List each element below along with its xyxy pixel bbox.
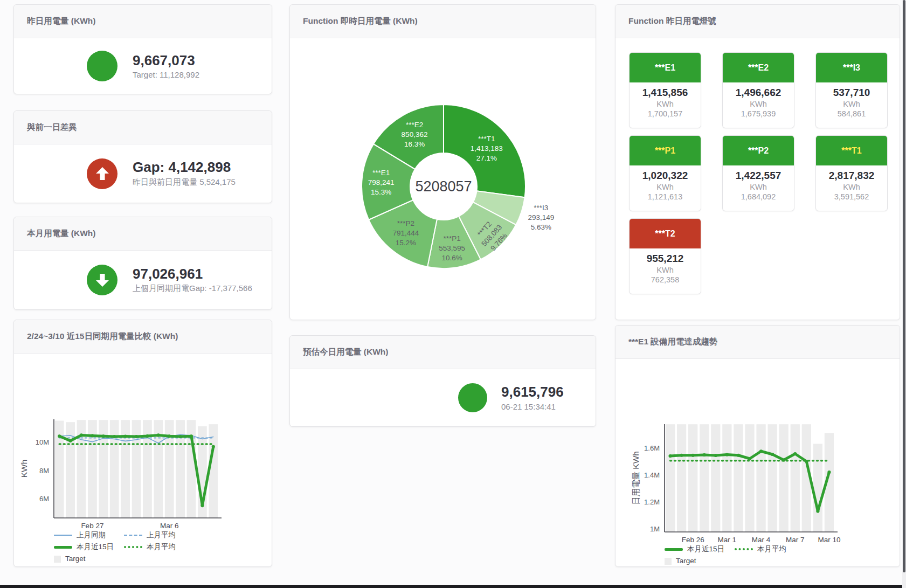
legend-item-本月平均[interactable]: 本月平均 — [735, 543, 805, 555]
legend-label: 上月同期 — [77, 531, 106, 539]
target-bar — [711, 424, 720, 532]
data-point — [668, 454, 672, 458]
card-day-gap: 與前一日差異 Gap: 4,142,898 昨日與前日用電量 5,524,175 — [13, 110, 272, 203]
data-point — [771, 453, 774, 456]
light-tile-unit: KWh — [630, 183, 701, 191]
card-title-compare: 2/24~3/10 近15日同期用電量比較 (KWh) — [14, 320, 272, 354]
target-bar — [734, 424, 743, 532]
card-title-yesterday: 昨日用電量 (KWh) — [14, 5, 272, 38]
data-point — [212, 445, 215, 448]
data-point — [200, 504, 204, 507]
legend-swatch-icon — [665, 558, 672, 565]
light-tile-value: 2,817,832 — [816, 170, 887, 182]
data-point — [102, 434, 105, 438]
x-tick: Mar 1 — [718, 536, 737, 544]
legend-label: 本月近15日 — [77, 543, 114, 551]
light-tile-target: 3,591,562 — [816, 192, 887, 201]
target-bar — [745, 424, 754, 532]
trend-legend: 本月近15日本月平均Target — [665, 543, 805, 567]
target-bar — [688, 424, 697, 532]
data-point — [691, 454, 695, 457]
light-tile-header: ***P1 — [630, 136, 701, 165]
light-tile-target: 1,121,613 — [630, 192, 701, 201]
x-tick: Mar 6 — [160, 522, 179, 530]
data-point — [759, 449, 763, 453]
light-tile-xxxI3: ***I3537,710KWh584,861 — [815, 52, 888, 128]
light-tile-unit: KWh — [630, 266, 701, 274]
y-tick: 1M — [650, 525, 660, 533]
y-tick: 10M — [36, 438, 49, 446]
target-bar — [132, 420, 141, 518]
light-tile-header: ***E1 — [630, 53, 701, 82]
yesterday-usage-target: Target: 11,128,992 — [133, 70, 199, 79]
day-gap-value: Gap: 4,142,898 — [133, 160, 236, 175]
light-tile-target: 762,358 — [630, 275, 701, 284]
card-compare-chart: 2/24~3/10 近15日同期用電量比較 (KWh) 6M8M10MFeb 2… — [13, 320, 272, 567]
y-tick: 1.4M — [644, 471, 660, 479]
data-point — [816, 509, 819, 513]
month-usage-gap: 上個月同期用電Gap: -17,377,566 — [133, 283, 252, 294]
arrow-down-icon — [87, 265, 117, 295]
target-bar — [700, 424, 709, 532]
data-point — [737, 454, 740, 457]
compare-chart: 6M8M10MFeb 27Mar 6KWh — [14, 354, 272, 534]
light-tile-xxxE1: ***E11,415,856KWh1,700,157 — [629, 52, 701, 128]
card-title-estimate: 預估今日用電量 (KWh) — [290, 336, 596, 369]
light-tile-value: 537,710 — [816, 87, 887, 99]
data-point — [135, 435, 138, 438]
card-trend-chart: ***E1 設備用電達成趨勢 1M1.2M1.4M1.6MFeb 26Mar 1… — [615, 325, 900, 567]
target-bar — [666, 424, 675, 532]
light-tile-header: ***I3 — [816, 53, 887, 82]
legend-item-本月近15日[interactable]: 本月近15日 — [54, 541, 124, 553]
light-tile-value: 1,422,557 — [723, 170, 794, 182]
data-point — [69, 439, 72, 442]
scrollbar-thumb[interactable] — [903, 0, 905, 572]
data-point — [58, 434, 61, 438]
legend-label: 本月平均 — [147, 543, 176, 551]
data-point — [113, 435, 116, 438]
legend-line-icon — [735, 548, 753, 550]
month-usage-value: 97,026,961 — [133, 266, 252, 282]
data-point — [714, 454, 717, 457]
compare-legend: 上月同期上月平均本月近15日本月平均Target — [54, 529, 194, 565]
data-point — [827, 471, 831, 474]
legend-label: 本月近15日 — [687, 545, 724, 553]
light-tile-xxxP2: ***P21,422,557KWh1,684,092 — [722, 135, 794, 211]
target-bar — [779, 424, 789, 532]
light-tile-xxxP1: ***P11,020,322KWh1,121,613 — [629, 135, 701, 211]
legend-label: Target — [676, 557, 696, 565]
data-point — [91, 434, 94, 437]
scrollbar-track[interactable] — [902, 0, 906, 588]
legend-item-本月近15日[interactable]: 本月近15日 — [665, 543, 735, 555]
card-lights: Function 昨日用電燈號 ***E11,415,856KWh1,700,1… — [615, 4, 900, 320]
data-point — [146, 434, 149, 438]
light-tile-value: 955,212 — [630, 253, 701, 265]
light-tile-header: ***T2 — [630, 219, 701, 248]
y-tick: 8M — [39, 467, 49, 475]
light-tile-target: 1,700,157 — [630, 109, 701, 118]
light-tile-unit: KWh — [723, 183, 794, 191]
legend-line-icon — [665, 548, 683, 551]
data-point — [725, 453, 729, 456]
light-tile-header: ***P2 — [723, 136, 794, 165]
data-point — [782, 458, 785, 461]
legend-label: 上月平均 — [147, 531, 176, 539]
legend-line-icon — [54, 546, 72, 549]
legend-item-Target[interactable]: Target — [54, 553, 124, 565]
legend-item-本月平均[interactable]: 本月平均 — [124, 541, 194, 553]
day-gap-subtitle: 昨日與前日用電量 5,524,175 — [133, 177, 236, 188]
y-tick: 6M — [39, 495, 49, 503]
legend-item-上月平均[interactable]: 上月平均 — [124, 529, 194, 541]
dashboard: 昨日用電量 (KWh) 9,667,073 Target: 11,128,992… — [0, 0, 906, 588]
data-point — [793, 452, 797, 455]
data-point — [124, 434, 127, 438]
target-bar — [677, 424, 686, 532]
light-tile-xxxT1: ***T12,817,832KWh3,591,562 — [815, 135, 888, 211]
legend-item-Target[interactable]: Target — [665, 555, 735, 567]
y-axis-label: KWh — [19, 460, 29, 478]
target-bar — [767, 424, 777, 532]
light-tile-header: ***E2 — [723, 53, 794, 82]
x-tick: Feb 27 — [81, 522, 103, 530]
light-tile-xxxE2: ***E21,496,662KWh1,675,939 — [722, 52, 794, 128]
legend-item-上月同期[interactable]: 上月同期 — [54, 529, 124, 541]
